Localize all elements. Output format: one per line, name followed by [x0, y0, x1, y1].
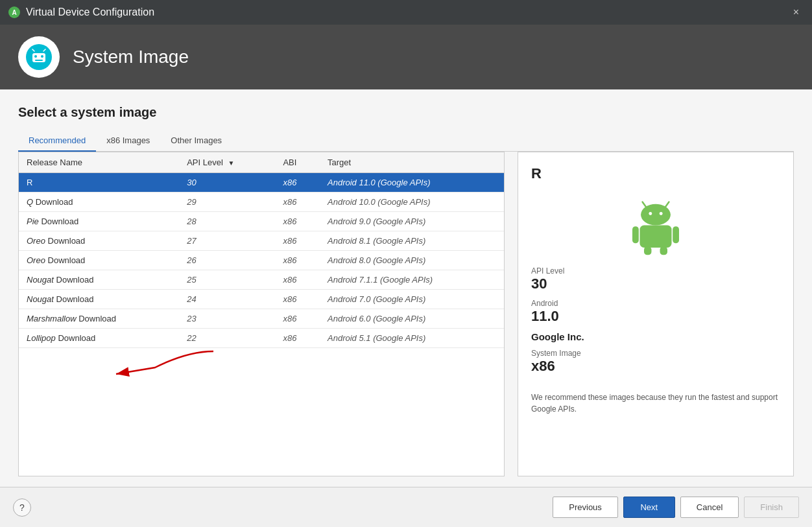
col-release-name[interactable]: Release Name — [19, 152, 179, 173]
cell-abi: x86 — [275, 290, 320, 309]
svg-point-4 — [34, 55, 37, 58]
footer-left: ? — [13, 498, 31, 517]
table-row[interactable]: Oreo Download26x86Android 8.0 (Google AP… — [19, 251, 504, 270]
cell-release-name: Pie Download — [19, 212, 179, 231]
cell-target: Android 7.0 (Google APIs) — [320, 290, 504, 309]
download-link[interactable]: Download — [36, 197, 73, 207]
table-row[interactable]: Q Download29x86Android 10.0 (Google APIs… — [19, 193, 504, 212]
svg-rect-15 — [639, 226, 671, 248]
svg-rect-16 — [632, 226, 639, 243]
footer: ? Previous Next Cancel Finish — [0, 487, 812, 527]
info-note: We recommend these images because they r… — [531, 392, 780, 415]
system-image-value: x86 — [531, 358, 780, 375]
download-link[interactable]: Download — [58, 333, 95, 343]
svg-rect-17 — [673, 226, 679, 243]
vendor-row: Google Inc. — [531, 331, 780, 342]
cell-target: Android 10.0 (Google APIs) — [320, 193, 504, 212]
table-row[interactable]: R30x86Android 11.0 (Google APIs) — [19, 173, 504, 193]
col-target[interactable]: Target — [320, 152, 504, 173]
table-row[interactable]: Nougat Download25x86Android 7.1.1 (Googl… — [19, 270, 504, 290]
cell-target: Android 11.0 (Google APIs) — [320, 173, 504, 193]
header: System Image — [0, 25, 812, 89]
tab-otherimages[interactable]: Other Images — [160, 130, 232, 152]
header-logo — [18, 36, 60, 78]
info-panel: R — [518, 152, 794, 476]
cell-abi: x86 — [275, 309, 320, 329]
svg-rect-18 — [644, 246, 651, 255]
svg-point-13 — [649, 212, 652, 215]
cell-api-level: 24 — [179, 290, 275, 309]
tabs-bar: Recommended x86 Images Other Images — [18, 130, 794, 152]
download-link[interactable]: Download — [56, 275, 94, 285]
api-level-label: API Level — [531, 266, 780, 275]
cell-abi: x86 — [275, 193, 320, 212]
download-link[interactable]: Download — [41, 217, 78, 226]
cell-target: Android 8.0 (Google APIs) — [320, 251, 504, 270]
close-button[interactable]: × — [788, 5, 804, 20]
info-panel-title: R — [531, 165, 780, 182]
sort-icon: ▼ — [228, 159, 234, 167]
cell-release-name: Nougat Download — [19, 270, 179, 290]
cell-api-level: 26 — [179, 251, 275, 270]
cell-api-level: 29 — [179, 193, 275, 212]
android-studio-icon — [25, 43, 53, 71]
svg-text:A: A — [12, 9, 16, 16]
cell-abi: x86 — [275, 212, 320, 231]
cell-abi: x86 — [275, 231, 320, 251]
tab-x86images[interactable]: x86 Images — [96, 130, 160, 152]
tab-recommended[interactable]: Recommended — [18, 130, 96, 152]
title-bar: A Virtual Device Configuration × — [0, 0, 812, 25]
cell-release-name: Oreo Download — [19, 251, 179, 270]
table-row[interactable]: Nougat Download24x86Android 7.0 (Google … — [19, 290, 504, 309]
svg-point-14 — [660, 212, 663, 215]
vendor-value: Google Inc. — [531, 331, 780, 342]
svg-rect-19 — [660, 246, 667, 255]
cell-release-name: R — [19, 173, 179, 193]
system-image-label: System Image — [531, 349, 780, 358]
cancel-button[interactable]: Cancel — [680, 497, 739, 518]
table-row[interactable]: Pie Download28x86Android 9.0 (Google API… — [19, 212, 504, 231]
system-image-row: System Image x86 — [531, 349, 780, 375]
svg-point-12 — [641, 204, 671, 226]
cell-abi: x86 — [275, 251, 320, 270]
cell-target: Android 8.1 (Google APIs) — [320, 231, 504, 251]
api-level-row: API Level 30 — [531, 266, 780, 292]
cell-api-level: 22 — [179, 329, 275, 348]
api-level-value: 30 — [531, 275, 780, 292]
finish-button: Finish — [744, 497, 799, 518]
cell-api-level: 28 — [179, 212, 275, 231]
table-row[interactable]: Marshmallow Download23x86Android 6.0 (Go… — [19, 309, 504, 329]
download-link[interactable]: Download — [56, 294, 94, 304]
arrow-annotation — [19, 348, 504, 381]
android-value: 11.0 — [531, 308, 780, 325]
col-abi[interactable]: ABI — [275, 152, 320, 173]
table-row[interactable]: Lollipop Download22x86Android 5.1 (Googl… — [19, 329, 504, 348]
cell-release-name: Marshmallow Download — [19, 309, 179, 329]
content-area: Release Name API Level ▼ ABI Target R30x… — [18, 152, 794, 476]
next-button[interactable]: Next — [623, 497, 675, 518]
cell-target: Android 7.1.1 (Google APIs) — [320, 270, 504, 290]
footer-buttons: Previous Next Cancel Finish — [553, 497, 799, 518]
cell-api-level: 27 — [179, 231, 275, 251]
cell-abi: x86 — [275, 270, 320, 290]
cell-release-name: Lollipop Download — [19, 329, 179, 348]
svg-point-5 — [41, 55, 43, 58]
title-bar-title: Virtual Device Configuration — [26, 6, 154, 18]
android-robot-icon — [627, 198, 685, 256]
download-link[interactable]: Download — [48, 255, 86, 265]
svg-rect-6 — [35, 60, 43, 61]
col-api-level[interactable]: API Level ▼ — [179, 152, 275, 173]
download-link[interactable]: Download — [48, 236, 86, 246]
app-icon: A — [8, 6, 21, 19]
previous-button[interactable]: Previous — [553, 497, 618, 518]
cell-target: Android 9.0 (Google APIs) — [320, 212, 504, 231]
help-button[interactable]: ? — [13, 498, 31, 517]
main-content: Select a system image Recommended x86 Im… — [0, 89, 812, 487]
table-row[interactable]: Oreo Download27x86Android 8.1 (Google AP… — [19, 231, 504, 251]
android-label: Android — [531, 299, 780, 308]
download-link[interactable]: Download — [78, 314, 116, 323]
cell-release-name: Nougat Download — [19, 290, 179, 309]
cell-release-name: Oreo Download — [19, 231, 179, 251]
cell-release-name: Q Download — [19, 193, 179, 212]
title-bar-left: A Virtual Device Configuration — [8, 6, 154, 19]
